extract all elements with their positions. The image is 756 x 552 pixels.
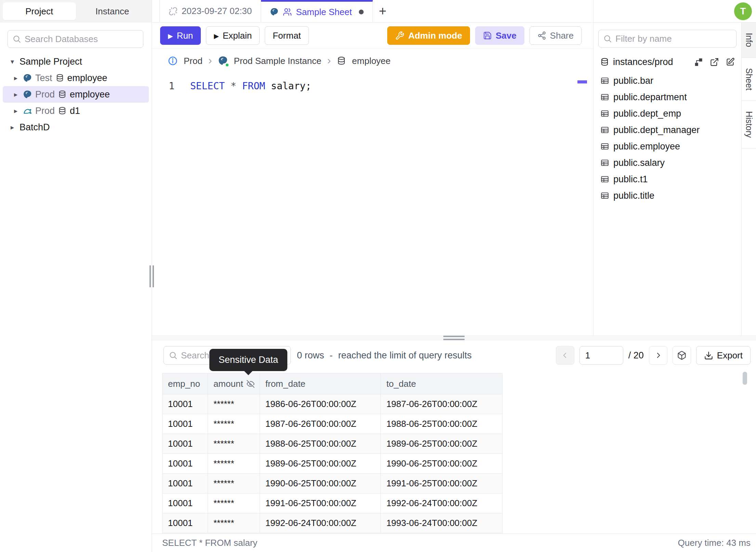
cell-from-date[interactable]: 1987-06-26T00:00:00Z xyxy=(260,414,381,434)
cell-from-date[interactable]: 1986-06-26T00:00:00Z xyxy=(260,394,381,414)
cell-to-date[interactable]: 1987-06-26T00:00:00Z xyxy=(381,394,503,414)
page-number-input[interactable] xyxy=(579,346,623,365)
format-button[interactable]: Format xyxy=(265,26,309,45)
share-button[interactable]: Share xyxy=(530,26,582,45)
sheet-tabstrip: 2023-09-27 02:30 Sample Sheet + xyxy=(152,0,593,23)
filter-by-name-input[interactable] xyxy=(615,34,732,44)
cell-to-date[interactable]: 1989-06-25T00:00:00Z xyxy=(381,434,503,454)
cell-from-date[interactable]: 1991-06-25T00:00:00Z xyxy=(260,494,381,513)
cell-emp-no[interactable]: 10001 xyxy=(162,494,208,513)
tree-row[interactable]: ▸ Prod d1 xyxy=(3,103,149,119)
cell-to-date[interactable]: 1992-06-24T00:00:00Z xyxy=(381,494,503,513)
table-list-item[interactable]: public.dept_manager xyxy=(598,122,737,138)
cell-to-date[interactable]: 1990-06-25T00:00:00Z xyxy=(381,454,503,474)
tree-row[interactable]: ▸ Prod employee xyxy=(3,86,149,103)
cell-emp-no[interactable]: 10001 xyxy=(162,434,208,454)
edit-connection-button[interactable] xyxy=(726,57,735,67)
sheet-tab-unsaved[interactable]: 2023-09-27 02:30 xyxy=(159,0,261,22)
cell-emp-no[interactable]: 10001 xyxy=(162,513,208,533)
cell-to-date[interactable]: 1991-06-25T00:00:00Z xyxy=(381,474,503,494)
results-scrollbar-thumb[interactable] xyxy=(743,372,747,385)
cell-amount-masked[interactable]: ****** xyxy=(208,513,260,533)
run-button[interactable]: ▶Run xyxy=(160,26,201,45)
splitter-handle[interactable] xyxy=(443,336,465,340)
rail-tab[interactable]: Info xyxy=(742,23,756,58)
wrench-icon xyxy=(395,31,404,40)
table-list-item[interactable]: public.employee xyxy=(598,138,737,155)
rail-tab[interactable]: History xyxy=(742,101,756,148)
admin-mode-button[interactable]: Admin mode xyxy=(387,26,470,45)
cube-button[interactable] xyxy=(673,346,691,365)
cell-emp-no[interactable]: 10001 xyxy=(162,474,208,494)
sidebar-resize-handle[interactable] xyxy=(149,265,154,287)
table-list-item[interactable]: public.dept_emp xyxy=(598,105,737,122)
cell-amount-masked[interactable]: ****** xyxy=(208,434,260,454)
cube-icon xyxy=(677,351,687,360)
pagination: / 20 Export xyxy=(556,346,751,365)
column-header-to-date[interactable]: to_date xyxy=(381,373,503,394)
explain-button[interactable]: ▶Explain xyxy=(206,26,260,45)
right-body: instances/prod xyxy=(594,23,756,336)
sql-code-editor[interactable]: 1 SELECT * FROM salary; xyxy=(152,73,593,336)
prev-page-button[interactable] xyxy=(556,346,574,365)
sidebar-tab[interactable]: Project xyxy=(3,2,76,20)
caret-icon[interactable]: ▸ xyxy=(12,90,20,98)
column-header-emp-no[interactable]: emp_no xyxy=(162,373,208,394)
column-header-from-date[interactable]: from_date xyxy=(260,373,381,394)
cell-emp-no[interactable]: 10001 xyxy=(162,414,208,434)
table-list-item[interactable]: public.title xyxy=(598,187,737,204)
cell-from-date[interactable]: 1990-06-25T00:00:00Z xyxy=(260,474,381,494)
table-list-item[interactable]: public.department xyxy=(598,89,737,105)
search-databases-input[interactable] xyxy=(25,34,139,44)
user-avatar[interactable]: T xyxy=(734,2,752,20)
cell-amount-masked[interactable]: ****** xyxy=(208,414,260,434)
table-name: public.employee xyxy=(613,141,680,152)
tree-row[interactable]: ▸ Test employee xyxy=(3,70,149,86)
cell-from-date[interactable]: 1988-06-25T00:00:00Z xyxy=(260,434,381,454)
environment-label: Test xyxy=(35,73,52,83)
table-list-item[interactable]: public.salary xyxy=(598,155,737,171)
table-list-item[interactable]: public.t1 xyxy=(598,171,737,187)
sheet-tab-active[interactable]: Sample Sheet xyxy=(261,0,373,22)
breadcrumb-instance[interactable]: Prod Sample Instance xyxy=(234,56,322,66)
export-button[interactable]: Export xyxy=(696,346,751,365)
cell-emp-no[interactable]: 10001 xyxy=(162,454,208,474)
cell-from-date[interactable]: 1992-06-24T00:00:00Z xyxy=(260,513,381,533)
caret-icon[interactable]: ▸ xyxy=(12,74,20,82)
table-list-item[interactable]: public.bar xyxy=(598,73,737,89)
next-page-button[interactable] xyxy=(649,346,667,365)
cell-amount-masked[interactable]: ****** xyxy=(208,394,260,414)
caret-icon[interactable]: ▸ xyxy=(8,123,16,131)
result-count-text: 0 rows - reached the limit of query resu… xyxy=(297,350,472,361)
postgres-icon xyxy=(23,74,32,83)
caret-icon[interactable]: ▾ xyxy=(8,57,16,66)
tree-row[interactable]: ▾ Sample Project xyxy=(3,53,149,70)
breadcrumb-environment[interactable]: Prod xyxy=(184,56,203,66)
caret-icon[interactable]: ▸ xyxy=(12,107,20,115)
table-row: 10001 ****** 1988-06-25T00:00:00Z 1989-0… xyxy=(162,434,503,454)
breadcrumb-database[interactable]: employee xyxy=(352,56,391,66)
results-resize-splitter[interactable] xyxy=(152,336,756,340)
cell-amount-masked[interactable]: ****** xyxy=(208,474,260,494)
schema-diagram-button[interactable] xyxy=(694,57,703,67)
save-button[interactable]: Save xyxy=(475,26,524,45)
sidebar-tab[interactable]: Instance xyxy=(76,2,149,20)
environment-label: Prod xyxy=(35,106,55,116)
eye-off-icon[interactable] xyxy=(246,380,255,388)
cell-from-date[interactable]: 1989-06-25T00:00:00Z xyxy=(260,454,381,474)
new-tab-button[interactable]: + xyxy=(373,0,393,22)
external-link-button[interactable] xyxy=(710,57,719,67)
tree-row[interactable]: ▸ BatchD xyxy=(3,119,149,135)
column-header-amount[interactable]: amount xyxy=(208,373,260,394)
cell-emp-no[interactable]: 10001 xyxy=(162,394,208,414)
cell-amount-masked[interactable]: ****** xyxy=(208,494,260,513)
cell-amount-masked[interactable]: ****** xyxy=(208,454,260,474)
table-row: 10001 ****** 1991-06-25T00:00:00Z 1992-0… xyxy=(162,494,503,513)
cell-to-date[interactable]: 1993-06-24T00:00:00Z xyxy=(381,513,503,533)
unsaved-indicator-dot[interactable] xyxy=(359,10,364,14)
sheet-tab-label: 2023-09-27 02:30 xyxy=(182,6,252,16)
info-icon[interactable] xyxy=(168,56,178,66)
cell-to-date[interactable]: 1988-06-25T00:00:00Z xyxy=(381,414,503,434)
table-icon xyxy=(600,93,609,102)
rail-tab[interactable]: Sheet xyxy=(742,58,756,101)
